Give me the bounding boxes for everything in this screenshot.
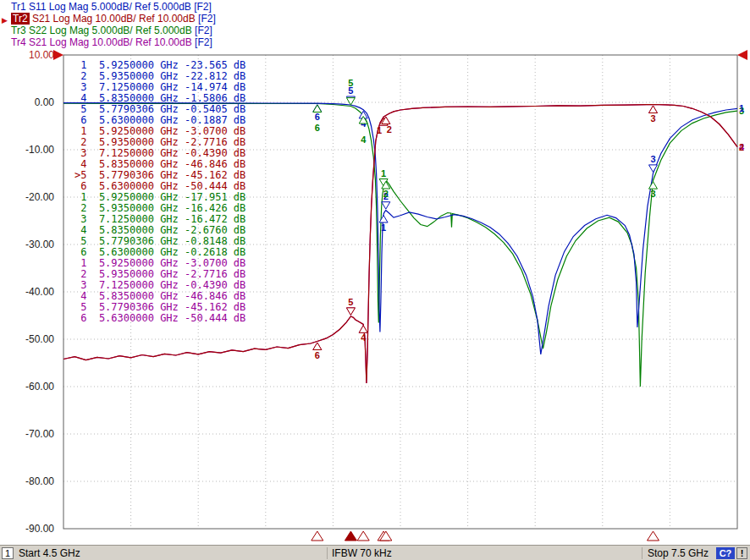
marker-number: 3 xyxy=(650,113,655,124)
start-frequency[interactable]: Start 4.5 GHz xyxy=(19,547,80,559)
marker-number: 3 xyxy=(650,154,655,164)
markers-tr1[interactable]: 123456 xyxy=(313,85,658,233)
marker-symbol-icon[interactable] xyxy=(346,98,355,106)
marker-row-tr4-6: 6 5.6300000 GHz -50.444 dB xyxy=(74,313,245,324)
status-divider xyxy=(642,547,642,559)
marker-number: 1 xyxy=(381,222,386,233)
channel-indicator[interactable]: 1 xyxy=(2,547,14,559)
marker-number: 6 xyxy=(315,123,320,133)
marker-number: 2 xyxy=(387,124,392,135)
cal-status-badge: C? xyxy=(716,547,735,559)
y-axis-label: -40.00 xyxy=(0,286,54,298)
y-axis-label: -90.00 xyxy=(0,523,54,535)
y-axis-label: -10.00 xyxy=(0,144,54,156)
marker-number: 2 xyxy=(383,189,389,199)
marker-symbol-icon[interactable] xyxy=(382,202,390,210)
marker-symbol-icon[interactable] xyxy=(346,308,355,316)
trace-end-number: 1 xyxy=(739,103,744,113)
marker-number: 6 xyxy=(315,350,320,360)
marker-number: 4 xyxy=(361,135,367,145)
marker-symbol-icon[interactable] xyxy=(313,343,322,350)
y-axis-label: -60.00 xyxy=(0,381,54,393)
marker-symbol-icon[interactable] xyxy=(313,105,322,113)
y-axis-label: 10.00 xyxy=(0,49,54,61)
ref-level-arrow-left-icon xyxy=(53,50,63,60)
stimulus-markers[interactable] xyxy=(312,531,659,541)
trace-end-number: 2 xyxy=(739,142,744,152)
stimulus-marker-icon[interactable] xyxy=(357,531,369,541)
marker-number: 5 xyxy=(348,297,353,307)
marker-symbol-icon[interactable] xyxy=(359,326,367,333)
marker-number: 5 xyxy=(348,78,353,88)
y-axis-label: -80.00 xyxy=(0,475,54,487)
stimulus-marker-icon[interactable] xyxy=(312,531,323,541)
marker-table: 1 5.9250000 GHz -23.565 dB 2 5.9350000 G… xyxy=(74,60,245,324)
y-axis-label: -30.00 xyxy=(0,239,54,250)
stop-frequency[interactable]: Stop 7.5 GHz xyxy=(648,547,709,559)
marker-number: 3 xyxy=(650,189,655,199)
marker-symbol-icon[interactable] xyxy=(649,106,658,113)
y-axis-label: -20.00 xyxy=(0,191,54,203)
marker-number: 4 xyxy=(361,332,367,343)
marker-number: 1 xyxy=(381,168,386,178)
y-axis-label: 0.00 xyxy=(0,96,54,108)
status-divider xyxy=(327,547,328,559)
markers-tr3[interactable]: 123456 xyxy=(313,78,658,200)
marker-number: 1 xyxy=(377,125,382,135)
marker-number: 6 xyxy=(315,112,320,122)
y-axis-label: -70.00 xyxy=(0,428,54,440)
marker-symbol-icon[interactable] xyxy=(649,165,658,173)
status-bar: 1 Start 4.5 GHz IFBW 70 kHz Stop 7.5 GHz… xyxy=(0,545,750,560)
stimulus-marker-icon[interactable] xyxy=(345,531,356,541)
y-axis-label: -50.00 xyxy=(0,333,54,345)
ifbw-value[interactable]: IFBW 70 kHz xyxy=(332,547,392,559)
marker-symbol-icon[interactable] xyxy=(649,182,658,189)
ref-level-arrow-right-icon xyxy=(737,50,747,60)
vna-screen: 1234561234561234563412 Tr1 S11 Log Mag 5… xyxy=(0,0,750,560)
stimulus-marker-icon[interactable] xyxy=(648,531,659,541)
alert-badge: ! xyxy=(736,547,747,559)
